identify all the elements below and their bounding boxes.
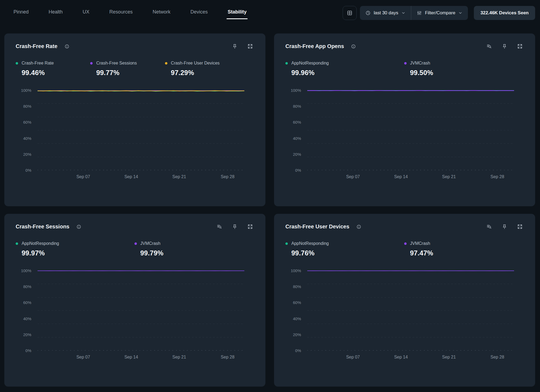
legend-item[interactable]: AppNotResponding 99.96% bbox=[285, 61, 404, 77]
pin-icon[interactable] bbox=[232, 224, 238, 229]
series-dot bbox=[134, 242, 137, 245]
line-chart: 100%80%60%40%20%0% Sep 07Sep 14Sep 21Sep… bbox=[285, 271, 523, 362]
filter-compare-dropdown[interactable]: Filter/Compare bbox=[411, 6, 468, 20]
expand-icon[interactable] bbox=[247, 224, 253, 229]
series-dot bbox=[285, 242, 288, 245]
line-chart: 100%80%60%40%20%0% Sep 07Sep 14Sep 21Sep… bbox=[285, 90, 523, 181]
filter-compare-label: Filter/Compare bbox=[425, 10, 455, 16]
series-label: Crash-Free Rate bbox=[22, 61, 54, 66]
chart-legend: Crash-Free Rate 99.46% Crash-Free Sessio… bbox=[16, 61, 253, 77]
card-title: Crash-Free Rate bbox=[16, 43, 58, 49]
filter-sliders-icon bbox=[417, 10, 422, 16]
series-label: JVMCrash bbox=[410, 241, 430, 246]
time-filter-group: last 30 days Filter/Compare bbox=[360, 6, 468, 20]
series-value: 99.77% bbox=[96, 69, 165, 77]
tab-ux[interactable]: UX bbox=[83, 5, 89, 21]
top-navigation-bar: Pinned Health UX Resources Network Devic… bbox=[0, 0, 540, 26]
plot-area[interactable] bbox=[38, 90, 244, 170]
series-value: 99.76% bbox=[291, 249, 404, 257]
devices-seen-label: 322.46K Devices Seen bbox=[480, 10, 529, 16]
series-dot bbox=[16, 242, 18, 245]
legend-item[interactable]: Crash-Free User Devices 97.29% bbox=[165, 61, 253, 77]
x-axis: Sep 07Sep 14Sep 21Sep 28 bbox=[307, 170, 514, 181]
devices-seen-badge[interactable]: 322.46K Devices Seen bbox=[474, 6, 535, 20]
pin-icon[interactable] bbox=[502, 43, 507, 49]
time-range-label: last 30 days bbox=[374, 10, 398, 16]
series-value: 97.47% bbox=[410, 249, 523, 257]
chevron-down-icon bbox=[458, 11, 463, 15]
expand-icon[interactable] bbox=[247, 43, 253, 49]
expand-icon[interactable] bbox=[517, 224, 523, 229]
series-dot bbox=[404, 242, 407, 245]
y-axis: 100%80%60%40%20%0% bbox=[285, 271, 301, 350]
tab-bar: Pinned Health UX Resources Network Devic… bbox=[14, 5, 247, 21]
info-icon[interactable] bbox=[65, 44, 69, 49]
tab-devices[interactable]: Devices bbox=[190, 5, 208, 21]
chevron-down-icon bbox=[401, 11, 406, 15]
layout-grid-button[interactable] bbox=[343, 6, 357, 20]
card-crash-free-app-opens: Crash-Free App Opens AppNotResponding 99… bbox=[274, 33, 535, 206]
tab-health[interactable]: Health bbox=[49, 5, 63, 21]
plot-area[interactable] bbox=[38, 271, 244, 350]
series-dot bbox=[165, 62, 167, 65]
plot-area[interactable] bbox=[307, 271, 514, 350]
line-chart: 100%80%60%40%20%0% Sep 07Sep 14Sep 21Sep… bbox=[16, 90, 253, 181]
grid-layout-icon bbox=[347, 10, 353, 16]
series-value: 97.29% bbox=[171, 69, 253, 77]
tab-stability[interactable]: Stability bbox=[228, 5, 247, 21]
legend-item[interactable]: AppNotResponding 99.76% bbox=[285, 241, 404, 257]
series-label: Crash-Free User Devices bbox=[171, 61, 220, 66]
series-label: Crash-Free Sessions bbox=[96, 61, 137, 66]
x-axis: Sep 07Sep 14Sep 21Sep 28 bbox=[307, 350, 514, 362]
series-value: 99.96% bbox=[291, 69, 404, 77]
pin-icon[interactable] bbox=[232, 43, 238, 49]
card-title: Crash-Free App Opens bbox=[285, 43, 344, 49]
time-range-dropdown[interactable]: last 30 days bbox=[360, 6, 411, 20]
card-crash-free-sessions: Crash-Free Sessions AppNotResponding 99.… bbox=[4, 214, 265, 387]
dashboard-grid: Crash-Free Rate Crash-Free Rate 99.46% C… bbox=[0, 26, 540, 387]
legend-item[interactable]: Crash-Free Sessions 99.77% bbox=[90, 61, 165, 77]
legend-item[interactable]: AppNotResponding 99.97% bbox=[16, 241, 134, 257]
legend-item[interactable]: Crash-Free Rate 99.46% bbox=[16, 61, 90, 77]
series-value: 99.46% bbox=[22, 69, 90, 77]
series-value: 99.97% bbox=[22, 249, 134, 257]
y-axis: 100%80%60%40%20%0% bbox=[285, 90, 301, 170]
card-title: Crash-Free User Devices bbox=[285, 224, 349, 230]
series-label: JVMCrash bbox=[140, 241, 161, 246]
expand-icon[interactable] bbox=[517, 43, 523, 49]
x-axis: Sep 07Sep 14Sep 21Sep 28 bbox=[38, 350, 244, 362]
series-dot bbox=[16, 62, 18, 65]
chart-legend: AppNotResponding 99.76% JVMCrash 97.47% bbox=[285, 241, 523, 257]
list-search-icon[interactable] bbox=[486, 224, 492, 229]
card-title: Crash-Free Sessions bbox=[16, 224, 69, 230]
chart-legend: AppNotResponding 99.96% JVMCrash 99.50% bbox=[285, 61, 523, 77]
series-value: 99.50% bbox=[410, 69, 523, 77]
line-chart: 100%80%60%40%20%0% Sep 07Sep 14Sep 21Sep… bbox=[16, 271, 253, 362]
tab-network[interactable]: Network bbox=[153, 5, 170, 21]
info-icon[interactable] bbox=[356, 224, 361, 229]
pin-icon[interactable] bbox=[502, 224, 507, 229]
card-crash-free-user-devices: Crash-Free User Devices AppNotResponding… bbox=[274, 214, 535, 387]
card-crash-free-rate: Crash-Free Rate Crash-Free Rate 99.46% C… bbox=[4, 33, 265, 206]
tab-pinned[interactable]: Pinned bbox=[14, 5, 29, 21]
series-dot bbox=[285, 62, 288, 65]
legend-item[interactable]: JVMCrash 97.47% bbox=[404, 241, 523, 257]
tab-resources[interactable]: Resources bbox=[109, 5, 133, 21]
info-icon[interactable] bbox=[76, 224, 81, 229]
list-search-icon[interactable] bbox=[486, 43, 492, 49]
series-label: AppNotResponding bbox=[291, 241, 329, 246]
x-axis: Sep 07Sep 14Sep 21Sep 28 bbox=[38, 170, 244, 181]
series-value: 99.79% bbox=[140, 249, 253, 257]
series-dot bbox=[404, 62, 407, 65]
series-label: AppNotResponding bbox=[22, 241, 59, 246]
info-icon[interactable] bbox=[351, 44, 356, 49]
plot-area[interactable] bbox=[307, 90, 514, 170]
series-dot bbox=[90, 62, 93, 65]
legend-item[interactable]: JVMCrash 99.50% bbox=[404, 61, 523, 77]
legend-item[interactable]: JVMCrash 99.79% bbox=[134, 241, 253, 257]
list-search-icon[interactable] bbox=[217, 224, 222, 229]
chart-legend: AppNotResponding 99.97% JVMCrash 99.79% bbox=[16, 241, 253, 257]
y-axis: 100%80%60%40%20%0% bbox=[16, 271, 31, 350]
clock-icon bbox=[365, 10, 371, 16]
series-label: JVMCrash bbox=[410, 61, 430, 66]
